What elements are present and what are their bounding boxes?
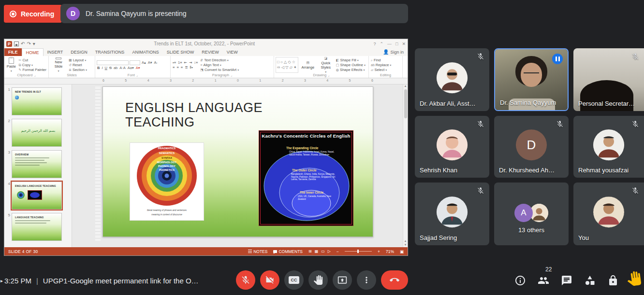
font-size-select[interactable]	[130, 60, 140, 65]
normal-view-icon[interactable]: ⊞	[308, 249, 312, 253]
zoom-slider[interactable]	[345, 251, 372, 252]
slide-thumbnail-5[interactable]: 5 LANGUAGE TEACHING	[5, 213, 70, 241]
next-slide-icon[interactable]: ▼	[404, 243, 407, 246]
reset-button[interactable]: ↺Reset	[68, 63, 88, 67]
tab-transitions[interactable]: TRANSITIONS	[91, 48, 129, 56]
redo-icon[interactable]: ↷	[27, 42, 30, 46]
select-button[interactable]: ▱Select▾	[370, 68, 401, 72]
shape-fill-button[interactable]: ◧Shape Fill▾	[336, 58, 366, 62]
char-spacing-icon[interactable]: A·A	[119, 66, 126, 70]
vertical-scrollbar[interactable]: ▲ ▲ ▼	[403, 84, 408, 247]
restore-icon[interactable]: □	[395, 42, 398, 46]
slideshow-icon[interactable]: ▷	[328, 249, 331, 253]
close-icon[interactable]: ✕	[402, 42, 406, 46]
participant-tile-akbar[interactable]: Dr. Akbar Ali, Asst…	[415, 48, 489, 111]
format-painter-button[interactable]: ✎Format Painter	[18, 68, 47, 72]
participant-tile-rehmat[interactable]: Rehmat yousafzai	[573, 116, 644, 178]
strikethrough-icon[interactable]: S	[109, 66, 112, 70]
decrease-indent-icon[interactable]: ⇤	[184, 60, 188, 65]
columns-icon[interactable]: ⫴▾	[189, 65, 193, 70]
slide-sorter-icon[interactable]: ▦	[315, 249, 319, 253]
align-text-button[interactable]: ≡Align Text▾	[200, 63, 239, 67]
participant-tile-sehrish[interactable]: Sehrish Khan	[415, 116, 489, 178]
tab-insert[interactable]: INSERT	[44, 48, 67, 56]
align-left-icon[interactable]: ≡	[172, 65, 175, 70]
shapes-gallery[interactable]: □ ○ △ ◇ ☆ ⇨ ◁ ▽ ▱ ✦	[276, 57, 298, 73]
italic-icon[interactable]: I	[101, 66, 103, 70]
mic-muted-button[interactable]	[236, 270, 255, 290]
grow-font-icon[interactable]: A▴	[141, 60, 146, 65]
end-call-button[interactable]	[381, 270, 408, 290]
copy-button[interactable]: ⧉Copy▾	[18, 63, 47, 67]
tab-view[interactable]: VIEW	[223, 48, 242, 56]
dialog-launcher-icon[interactable]: ⌟	[34, 73, 35, 77]
captions-button[interactable]: CC	[284, 270, 304, 290]
meeting-name[interactable]: UPGP1-Google meet permanent link for the…	[43, 277, 199, 285]
scroll-up-icon[interactable]: ▲	[404, 84, 407, 87]
expand-arrow-icon[interactable]: ▸	[0, 278, 4, 283]
zoom-slider-thumb[interactable]	[357, 250, 359, 253]
zoom-out-icon[interactable]: −	[337, 249, 339, 254]
align-right-icon[interactable]: ≡	[180, 65, 183, 70]
tab-slideshow[interactable]: SLIDE SHOW	[163, 48, 198, 56]
underline-icon[interactable]: U	[104, 66, 108, 70]
tab-design[interactable]: DESIGN	[67, 48, 91, 56]
find-button[interactable]: ⌕Find	[370, 58, 401, 62]
numbering-icon[interactable]: 1≡	[177, 60, 183, 65]
notes-button[interactable]: NOTES	[248, 249, 267, 254]
comments-button[interactable]: COMMENTS	[273, 249, 303, 254]
participant-tile-personal-secretary[interactable]: Personal Secretar…	[573, 48, 644, 111]
paste-button[interactable]: Paste▾	[6, 57, 17, 73]
zoom-level[interactable]: 71%	[386, 249, 394, 254]
change-case-icon[interactable]: Aa▾	[127, 66, 134, 70]
reading-view-icon[interactable]: ▭	[321, 249, 325, 253]
ribbon-options-icon[interactable]: ⌃	[380, 42, 383, 46]
align-center-icon[interactable]: ≡	[176, 65, 179, 70]
save-icon[interactable]	[14, 42, 19, 46]
host-controls-button[interactable]	[607, 275, 619, 286]
bold-icon[interactable]: B	[97, 66, 100, 70]
clear-format-icon[interactable]: A̶	[154, 60, 157, 65]
previous-slide-icon[interactable]: ▲	[404, 239, 407, 242]
bullets-icon[interactable]: •≡	[172, 60, 176, 65]
arrange-button[interactable]: ▤ Arrange	[300, 57, 316, 73]
slide-thumbnail-1[interactable]: 1 NEW TRENDS IN ELT	[5, 87, 70, 115]
minimize-icon[interactable]: —	[387, 42, 392, 46]
justify-icon[interactable]: ≣	[184, 65, 188, 70]
scrollbar-thumb[interactable]	[404, 89, 407, 118]
font-name-select[interactable]	[97, 60, 129, 65]
section-button[interactable]: ≣Section▾	[68, 68, 88, 72]
zoom-in-icon[interactable]: +	[378, 249, 380, 254]
font-color-icon[interactable]: A▾	[135, 66, 141, 70]
text-direction-button[interactable]: ⇵Text Direction▾	[200, 58, 239, 62]
increase-indent-icon[interactable]: ⇥	[189, 60, 192, 65]
replace-button[interactable]: abReplace▾	[370, 63, 401, 67]
shape-outline-button[interactable]: ▢Shape Outline▾	[336, 63, 366, 67]
participant-tile-others[interactable]: A 13 others	[494, 183, 569, 245]
tab-file[interactable]: FILE	[4, 48, 22, 56]
line-spacing-icon[interactable]: ↕≡	[193, 60, 198, 65]
show-everyone-button[interactable]	[538, 275, 549, 286]
slide-thumbnail-4-current[interactable]: 4 ENGLISH LANGUAGE TEACHING	[5, 182, 70, 210]
present-screen-button[interactable]	[333, 270, 352, 290]
participant-tile-khursheed[interactable]: D Dr. Khursheed Ah…	[494, 116, 569, 178]
undo-icon[interactable]: ↶	[21, 42, 25, 46]
help-icon[interactable]: ?	[373, 42, 376, 46]
tab-animations[interactable]: ANIMATIONS	[128, 48, 162, 56]
raise-hand-button[interactable]	[308, 270, 328, 290]
sign-in-link[interactable]: 👤Sign in	[383, 48, 408, 56]
convert-smartart-button[interactable]: ⬔Convert to SmartArt▾	[200, 68, 239, 72]
participant-tile-samina-presenting[interactable]: Dr. Samina Qayyum	[494, 48, 569, 111]
meeting-details-button[interactable]	[514, 275, 526, 286]
fit-slide-icon[interactable]: ▣	[400, 249, 404, 254]
more-options-button[interactable]	[357, 270, 376, 290]
slide-thumbnail-3[interactable]: 3 OVERVIEW	[5, 150, 70, 178]
layout-button[interactable]: ▦Layout▾	[68, 58, 88, 62]
raised-hand-reaction-icon[interactable]	[626, 270, 642, 287]
shrink-font-icon[interactable]: A▾	[147, 60, 153, 65]
activities-button[interactable]	[584, 275, 596, 286]
cut-button[interactable]: ✂Cut	[18, 58, 47, 62]
shape-effects-button[interactable]: ◍Shape Effects▾	[336, 68, 366, 72]
tab-home[interactable]: HOME	[22, 48, 44, 56]
chat-button[interactable]	[561, 275, 572, 286]
